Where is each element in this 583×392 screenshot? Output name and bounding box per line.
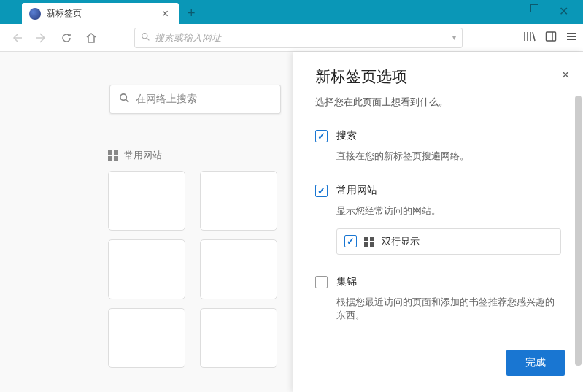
search-icon [141, 31, 150, 45]
url-input[interactable] [155, 32, 452, 43]
back-button[interactable] [6, 27, 28, 49]
option-highlights: 集锦 根据您最近访问的页面和添加的书签推荐您感兴趣的东西。 [315, 275, 561, 323]
maximize-icon[interactable] [530, 4, 538, 12]
svg-rect-2 [547, 32, 556, 41]
search-icon [119, 93, 130, 107]
tab-close-icon[interactable]: × [159, 7, 171, 20]
titlebar: 新标签页 × + ✕ [0, 0, 583, 24]
newtab-page: 在网络上搜索 常用网站 [0, 52, 277, 368]
option-title: 集锦 [336, 275, 561, 288]
library-icon[interactable] [523, 31, 536, 45]
panel-scrollbar[interactable] [575, 96, 582, 366]
topsites-label: 常用网站 [124, 149, 162, 162]
arrow-left-icon [11, 32, 23, 44]
tab-title: 新标签页 [47, 7, 159, 20]
two-row-option: 双行显示 [336, 228, 561, 255]
topsite-tile[interactable] [108, 171, 185, 231]
topsites-checkbox[interactable] [315, 185, 328, 197]
newtab-search-box[interactable]: 在网络上搜索 [109, 85, 281, 114]
home-icon [85, 32, 97, 44]
option-desc: 显示您经常访问的网站。 [336, 204, 561, 218]
reload-icon [61, 32, 72, 44]
topsite-tile[interactable] [108, 239, 185, 299]
options-panel: × 新标签页选项 选择您在此页面上想看到什么。 搜索 直接在您的新标签页搜遍网络… [293, 52, 583, 392]
svg-line-1 [147, 38, 149, 40]
option-desc: 根据您最近访问的页面和添加的书签推荐您感兴趣的东西。 [336, 296, 561, 323]
panel-title: 新标签页选项 [315, 66, 561, 87]
close-icon[interactable]: ✕ [559, 4, 568, 18]
two-row-label: 双行显示 [382, 235, 420, 248]
two-row-checkbox[interactable] [344, 235, 357, 247]
new-tab-button[interactable]: + [188, 6, 196, 21]
option-desc: 直接在您的新标签页搜遍网络。 [336, 150, 561, 164]
option-search: 搜索 直接在您的新标签页搜遍网络。 [315, 129, 561, 164]
topsite-tile[interactable] [200, 308, 277, 368]
toolbar: ▾ [0, 24, 583, 52]
topsite-tile[interactable] [200, 239, 277, 299]
topsite-tile[interactable] [108, 308, 185, 368]
tiles-icon [364, 237, 374, 247]
done-button[interactable]: 完成 [506, 350, 565, 376]
search-checkbox[interactable] [315, 130, 328, 142]
window-controls: ✕ [501, 4, 583, 18]
menu-icon[interactable] [565, 31, 577, 45]
highlights-checkbox[interactable] [315, 276, 328, 288]
topsite-tile[interactable] [200, 171, 277, 231]
panel-subtitle: 选择您在此页面上想看到什么。 [315, 96, 561, 109]
url-bar[interactable]: ▾ [134, 28, 463, 48]
forward-button[interactable] [31, 27, 53, 49]
sidebar-icon[interactable] [545, 31, 557, 45]
arrow-right-icon [36, 32, 47, 44]
tiles-icon [108, 150, 118, 161]
svg-point-4 [120, 93, 126, 99]
tab-favicon [29, 8, 41, 20]
home-button[interactable] [80, 27, 102, 49]
topsites-header: 常用网站 [108, 149, 277, 162]
browser-tab[interactable]: 新标签页 × [22, 3, 179, 24]
search-placeholder: 在网络上搜索 [136, 93, 197, 106]
content-area: 在网络上搜索 常用网站 × 新标签页选项 选择您在此页面上想看到什么。 搜索 直 [0, 52, 583, 392]
panel-close-button[interactable]: × [561, 66, 570, 83]
option-topsites: 常用网站 显示您经常访问的网站。 双行显示 [315, 184, 561, 255]
reload-button[interactable] [55, 27, 77, 49]
option-title: 常用网站 [336, 184, 561, 197]
chevron-down-icon[interactable]: ▾ [452, 34, 456, 42]
svg-point-0 [142, 33, 147, 38]
minimize-icon[interactable] [501, 4, 510, 9]
svg-line-5 [126, 99, 128, 102]
option-title: 搜索 [336, 129, 561, 142]
